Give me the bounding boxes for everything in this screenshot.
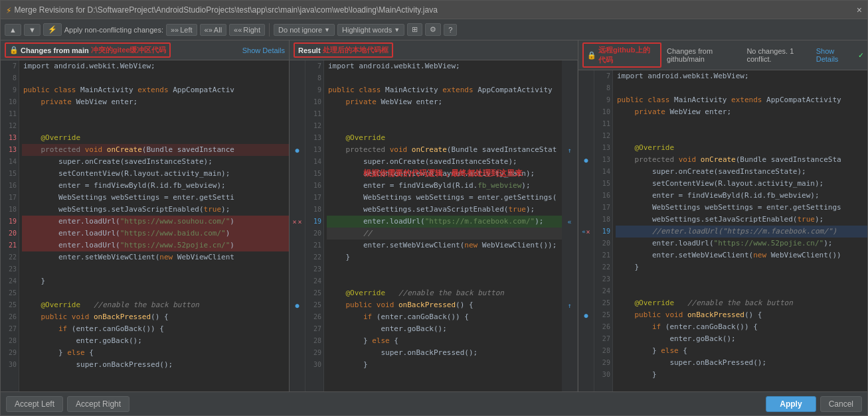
ln: 9 xyxy=(305,84,323,96)
ml xyxy=(562,132,577,144)
code-line: private WebView enter; xyxy=(616,106,867,118)
center-right-markers: ↑ « ↑ xyxy=(562,60,578,391)
ln: 20 xyxy=(1,228,19,240)
right-panel: 🔒 远程github上的代码 Changes from github/main … xyxy=(578,40,867,391)
code-line: public class MainActivity extends AppCom… xyxy=(22,84,289,96)
ml xyxy=(290,287,305,299)
ml xyxy=(562,72,577,84)
ln: 19 xyxy=(1,216,19,228)
prev-change-btn[interactable]: ▲ xyxy=(5,24,21,36)
accept-left-button[interactable]: Accept Left xyxy=(6,396,63,412)
left-code-area: 7 8 9 10 11 12 13 13 14 15 16 17 18 19 xyxy=(1,60,289,391)
cancel-button[interactable]: Cancel xyxy=(820,396,862,412)
left-panel-title: Changes from main xyxy=(21,46,89,54)
ln: 7 xyxy=(594,70,612,82)
ml xyxy=(578,273,594,285)
left-btn[interactable]: »» Left xyxy=(166,24,197,36)
apply-button[interactable]: Apply xyxy=(766,396,816,412)
ml xyxy=(578,214,594,226)
right-x-marker[interactable]: × xyxy=(586,228,590,236)
ln: 7 xyxy=(305,60,323,72)
settings-btn[interactable]: ⚙ xyxy=(425,23,441,36)
ml xyxy=(562,60,577,72)
all-btn[interactable]: «» All xyxy=(200,24,226,36)
highlight-words-dropdown[interactable]: Highlight words ▼ xyxy=(337,24,404,36)
code-line: private WebView enter; xyxy=(22,96,289,108)
apply-non-conflicting-btn[interactable]: ⚡ xyxy=(43,23,62,36)
dropdown-arrow2: ▼ xyxy=(394,27,400,33)
dropdown-arrow: ▼ xyxy=(324,27,330,33)
right-x-btn[interactable]: × xyxy=(298,218,302,226)
code-line xyxy=(327,275,562,287)
toolbar: ▲ ▼ ⚡ Apply non-conflicting changes: »» … xyxy=(1,19,867,40)
code-line: } xyxy=(616,369,867,381)
ln: 13 xyxy=(594,142,612,154)
ml xyxy=(578,70,594,82)
right-code-col: import android.webkit.WebView; public cl… xyxy=(613,70,867,391)
right-panel-title: Changes from github/main xyxy=(667,47,744,63)
code-line: } xyxy=(327,359,562,371)
ml xyxy=(290,228,305,240)
ln: 13 xyxy=(594,154,612,166)
code-line: protected void onCreate(Bundle savedInst… xyxy=(22,144,289,156)
right-gutter: 7 8 9 10 11 12 13 13 14 15 16 17 18 19 xyxy=(594,70,613,391)
center-left-markers: ● ×× ● xyxy=(290,60,305,391)
close-button[interactable]: × xyxy=(857,5,862,15)
code-line: enter = findViewByld(R.id.fb_webview); xyxy=(22,180,289,192)
do-not-ignore-dropdown[interactable]: Do not ignore ▼ xyxy=(274,24,335,36)
ln: 25 xyxy=(305,287,323,299)
ln: 18 xyxy=(594,214,612,226)
code-line: super.onCreate(savedInstanceState); xyxy=(616,166,867,178)
ln: 19 xyxy=(305,216,323,228)
ml xyxy=(290,156,305,168)
code-line xyxy=(616,118,867,130)
panels-container: 🔒 Changes from main 冲突的gitee缓冲区代码 Show D… xyxy=(1,40,867,391)
left-show-details[interactable]: Show Details xyxy=(242,46,285,54)
code-line xyxy=(22,263,289,275)
ml xyxy=(578,166,594,178)
ln: 20 xyxy=(594,238,612,249)
code-line: enter.goBack(); xyxy=(616,333,867,345)
code-line: import android.webkit.WebView; xyxy=(616,70,867,82)
columns-btn[interactable]: ⊞ xyxy=(407,23,422,36)
center-panel: Result 处理后的本地代码框 ● xyxy=(290,40,578,391)
ml xyxy=(290,168,305,180)
right-panel-header: 🔒 远程github上的代码 Changes from github/main … xyxy=(578,40,867,70)
ml xyxy=(578,238,594,249)
ml xyxy=(578,261,594,273)
ml xyxy=(562,323,577,335)
right-code-area: ● «× ● xyxy=(578,70,867,391)
code-line: super.onBackPressed(); xyxy=(616,357,867,369)
ml xyxy=(562,263,577,275)
right-no-changes: No changes. 1 conflict. xyxy=(746,47,813,63)
next-change-btn[interactable]: ▼ xyxy=(24,24,41,36)
ml xyxy=(290,84,305,96)
ml: ● xyxy=(578,154,594,166)
code-line: } else { xyxy=(616,345,867,357)
right-show-details[interactable]: Show Details xyxy=(816,47,855,63)
code-line: } xyxy=(327,251,562,263)
ml xyxy=(578,369,594,381)
left-code-inner: import android.webkit.WebView; public cl… xyxy=(19,60,289,371)
window-title: Merge Revisions for D:\SoftwareProject\A… xyxy=(14,5,437,15)
ml xyxy=(562,359,577,371)
right-btn[interactable]: «« Right xyxy=(229,24,265,36)
ln: 13 xyxy=(305,132,323,144)
ml xyxy=(578,202,594,214)
center-code-area: ● ×× ● xyxy=(290,60,578,391)
accept-right-button[interactable]: Accept Right xyxy=(67,396,130,412)
code-line: enter.setWebViewClient(new WebViewClient… xyxy=(327,240,562,251)
ml: «× xyxy=(578,226,594,238)
code-line: enter.loadUrl("https://www.52pojie.cn/") xyxy=(22,240,289,251)
right-ll-btn[interactable]: « xyxy=(582,228,585,235)
ln: 13 xyxy=(1,144,19,156)
ml xyxy=(562,84,577,96)
ml xyxy=(290,72,305,84)
help-btn[interactable]: ? xyxy=(444,24,457,36)
ml xyxy=(562,347,577,359)
left-x-btn[interactable]: × xyxy=(292,218,296,226)
code-line: enter.loadUrl("https://www.souhou.com/") xyxy=(22,216,289,228)
ml: ×× xyxy=(290,216,305,228)
left-line-numbers: 7 8 9 10 11 12 13 13 14 15 16 17 18 19 xyxy=(1,60,19,371)
ml xyxy=(578,297,594,309)
